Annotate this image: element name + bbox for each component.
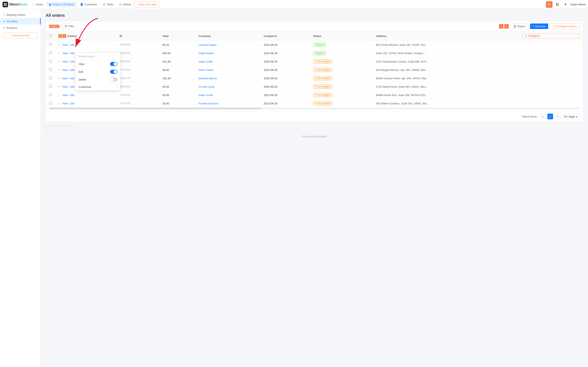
customer-name-link[interactable]: Frankie Simpson xyxy=(199,102,219,105)
paint-icon-btn[interactable] xyxy=(546,1,552,8)
edit-action-link[interactable]: Edit xyxy=(70,60,74,63)
select-all-checkbox[interactable] xyxy=(49,34,52,37)
products-icon: ≡ xyxy=(3,26,5,29)
nav-tasks[interactable]: ☑ Tasks xyxy=(100,2,116,7)
customer-name-link[interactable]: Holly Perkins xyxy=(199,52,214,55)
edit-action-link[interactable]: Edit xyxy=(70,77,74,80)
toggle-edit-circle xyxy=(114,70,117,73)
popup-view-toggle[interactable] xyxy=(110,62,117,66)
nav-github[interactable]: ⊙ GitHub xyxy=(117,2,133,7)
row-created-at-cell: 2022-06-29 xyxy=(260,83,310,91)
row-customer-cell: Darin Clarke xyxy=(195,66,260,74)
customer-name-link[interactable]: Darin Clarke xyxy=(199,68,213,72)
enable-actions-popup[interactable]: Enable actions View Edit Delete Customiz… xyxy=(76,53,121,91)
edit-action-link[interactable]: Edit xyxy=(70,52,74,55)
page-1-btn[interactable]: 1 xyxy=(547,114,553,119)
next-page-btn[interactable]: > xyxy=(555,114,560,119)
customer-name-link[interactable]: Adam Smith xyxy=(199,94,213,97)
popup-delete-toggle[interactable] xyxy=(110,77,117,82)
actions-col-icons: + ≡ xyxy=(58,34,66,38)
row-checkbox[interactable] xyxy=(49,102,52,104)
row-num: 3 xyxy=(58,60,60,63)
checkbox-header xyxy=(46,32,55,41)
export-button[interactable]: Export xyxy=(510,23,528,29)
row-checkbox[interactable] xyxy=(49,68,52,71)
filter-button[interactable]: Filter xyxy=(62,23,77,29)
row-checkbox[interactable] xyxy=(49,77,52,79)
prev-page-btn[interactable]: < xyxy=(540,114,546,119)
edit-action-link[interactable]: Edit xyxy=(70,94,74,97)
customer-header: Customer xyxy=(195,32,260,41)
row-customer-cell: Julian Cobb xyxy=(195,58,260,66)
edit-action-link[interactable]: Edit xyxy=(70,68,74,72)
view-action-link[interactable]: View xyxy=(62,85,68,88)
view-action-link[interactable]: View xyxy=(62,102,68,105)
row-checkbox[interactable] xyxy=(49,85,52,88)
settings-icon-btn[interactable] xyxy=(562,1,569,8)
row-status-cell: To be shipped xyxy=(310,99,373,108)
edit-action-link[interactable]: Edit xyxy=(70,85,74,88)
table-body: 1 View Edit 43695834 85.34 Leonard Hayes… xyxy=(46,41,583,108)
row-id-cell: 23132112 xyxy=(116,91,159,99)
add-col-icon[interactable]: + xyxy=(499,24,503,29)
view-action-link[interactable]: View xyxy=(62,52,68,55)
nav-orders-products[interactable]: ▦ Orders & Products xyxy=(46,2,77,7)
view-action-link[interactable]: View xyxy=(62,94,68,97)
table-header: Orders Filter + ≡ xyxy=(46,21,583,32)
customer-name-link[interactable]: Melinda Warren xyxy=(199,77,217,80)
view-action-link[interactable]: View xyxy=(62,68,68,72)
sidebar-item-shipping-orders[interactable]: ↑ Shipping Orders xyxy=(0,11,41,18)
popup-delete-row[interactable]: Delete xyxy=(76,75,120,83)
configure-actions-button[interactable]: Configure actions xyxy=(550,23,580,29)
edit-action-link[interactable]: Edit xyxy=(70,43,74,46)
nav-add-menu-item[interactable]: + Add menu item xyxy=(134,1,160,7)
sidebar-item-products[interactable]: ≡ Products xyxy=(0,25,41,31)
row-total-cell: 85.34 xyxy=(159,41,195,49)
grid-icon-btn[interactable] xyxy=(554,1,561,8)
row-id-cell: 43695834 xyxy=(116,58,159,66)
row-checkbox[interactable] xyxy=(49,43,52,46)
edit-action-link[interactable]: Edit xyxy=(70,102,74,105)
row-id-cell: 43695834 xyxy=(116,49,159,58)
customer-name-link[interactable]: Julian Cobb xyxy=(199,60,213,63)
svg-rect-0 xyxy=(4,3,5,4)
view-action-link[interactable]: View xyxy=(62,60,68,63)
popup-customize-row[interactable]: Customize › xyxy=(76,83,120,90)
row-checkbox-cell xyxy=(46,49,55,58)
logo-icon xyxy=(2,2,8,7)
nav-customers[interactable]: 👤 Customers xyxy=(78,2,100,7)
list-view-icon[interactable]: ≡ xyxy=(504,24,509,29)
row-checkbox[interactable] xyxy=(49,93,52,96)
row-checkbox-cell xyxy=(46,91,55,99)
github-icon: ⊙ xyxy=(119,3,121,6)
row-customer-cell: Connie Lyons xyxy=(195,83,260,91)
row-created-at-cell: 2022-06-29 xyxy=(260,91,310,99)
popup-edit-toggle[interactable] xyxy=(110,70,117,74)
super-admin-label[interactable]: Super Admin xyxy=(571,3,586,6)
row-checkbox[interactable] xyxy=(49,60,52,63)
sidebar-item-all-orders[interactable]: ≡ All orders xyxy=(0,18,41,25)
popup-view-label: View xyxy=(79,63,84,66)
add-new-button[interactable]: + Add new xyxy=(530,24,548,29)
row-actions-cell: 1 View Edit xyxy=(55,41,116,49)
per-page-selector[interactable]: 20 / page ∨ xyxy=(562,114,580,119)
list-action-icon[interactable]: ≡ xyxy=(63,34,66,38)
customer-name-link[interactable]: Leonard Hayes xyxy=(199,43,217,46)
view-action-link[interactable]: View xyxy=(62,77,68,80)
horizontal-scrollbar[interactable] xyxy=(49,108,580,109)
add-action-icon[interactable]: + xyxy=(58,34,62,38)
popup-view-row[interactable]: View xyxy=(76,60,120,68)
row-empty-cell xyxy=(519,99,583,108)
row-customer-cell: Frankie Simpson xyxy=(195,99,260,108)
popup-edit-row[interactable]: Edit xyxy=(76,68,120,75)
table-row: 7 View Edit 23132112 83.00 Adam Smith 20… xyxy=(46,91,583,99)
row-checkbox[interactable] xyxy=(49,51,52,54)
customer-name-link[interactable]: Connie Lyons xyxy=(199,85,215,88)
sidebar-add-menu-item[interactable]: + Add menu item xyxy=(3,33,37,38)
row-empty-cell xyxy=(519,74,583,83)
configure-button[interactable]: Configure xyxy=(523,33,580,38)
table-row: 3 View Edit 43695834 321.00 Julian Cobb … xyxy=(46,58,583,66)
nav-home[interactable]: ○ Home xyxy=(31,2,46,7)
status-badge: To be shipped xyxy=(313,59,332,64)
view-action-link[interactable]: View xyxy=(62,43,68,46)
